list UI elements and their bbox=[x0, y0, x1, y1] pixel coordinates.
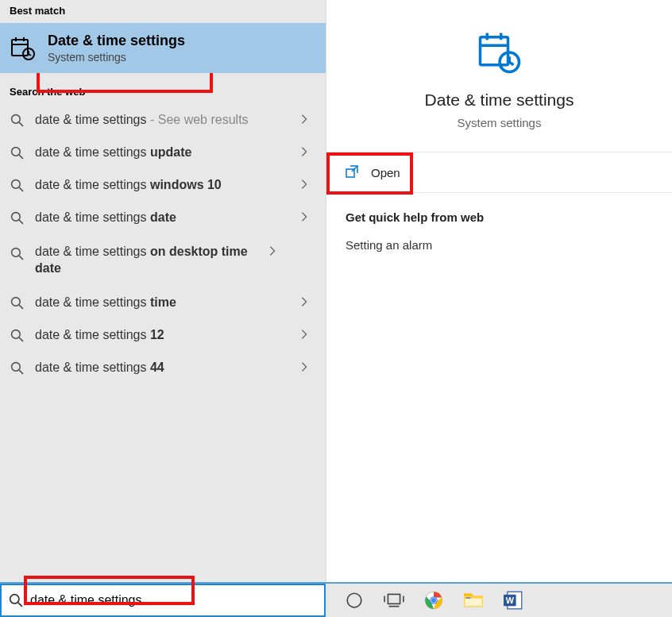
search-input[interactable] bbox=[30, 588, 324, 612]
svg-point-34 bbox=[347, 593, 361, 607]
web-result-item[interactable]: date & time settings update bbox=[0, 137, 326, 169]
search-icon bbox=[10, 328, 24, 342]
web-result-label: date & time settings update bbox=[35, 145, 289, 161]
svg-point-19 bbox=[11, 330, 20, 338]
search-icon bbox=[10, 246, 24, 260]
chevron-right-icon bbox=[300, 327, 316, 344]
svg-line-6 bbox=[29, 54, 31, 56]
file-explorer-icon[interactable] bbox=[462, 589, 485, 611]
open-button[interactable]: Open bbox=[326, 152, 672, 192]
web-result-label: date & time settings time bbox=[35, 295, 289, 311]
chevron-right-icon bbox=[300, 177, 316, 194]
svg-point-15 bbox=[11, 248, 20, 256]
web-result-item[interactable]: date & time settings - See web results bbox=[0, 104, 326, 137]
web-result-label: date & time settings date bbox=[35, 210, 289, 226]
best-match-header: Best match bbox=[0, 0, 326, 23]
search-icon bbox=[10, 146, 24, 160]
cortana-icon[interactable] bbox=[343, 589, 365, 611]
web-result-label: date & time settings on desktop time dat… bbox=[35, 244, 257, 277]
svg-point-11 bbox=[11, 180, 20, 189]
svg-line-16 bbox=[19, 256, 23, 260]
svg-rect-0 bbox=[12, 40, 28, 56]
chevron-right-icon bbox=[300, 360, 316, 376]
date-time-icon bbox=[477, 30, 522, 75]
open-icon bbox=[346, 165, 360, 179]
help-link-setting-alarm[interactable]: Setting an alarm bbox=[346, 238, 653, 252]
word-icon[interactable]: W bbox=[502, 589, 524, 611]
chevron-right-icon bbox=[300, 112, 316, 129]
search-icon bbox=[10, 361, 24, 375]
svg-point-7 bbox=[11, 115, 20, 124]
svg-line-10 bbox=[19, 155, 23, 159]
search-icon bbox=[10, 114, 24, 128]
svg-point-21 bbox=[11, 362, 20, 371]
search-results-panel: Best match Date & time settings System s… bbox=[0, 0, 326, 582]
svg-line-29 bbox=[509, 62, 513, 65]
search-icon bbox=[10, 211, 24, 226]
svg-line-22 bbox=[19, 370, 23, 374]
web-result-item[interactable]: date & time settings on desktop time dat… bbox=[0, 234, 326, 287]
detail-subtitle: System settings bbox=[458, 116, 542, 129]
search-icon bbox=[10, 295, 24, 310]
help-header: Get quick help from web bbox=[346, 210, 653, 224]
web-result-item[interactable]: date & time settings windows 10 bbox=[0, 169, 326, 202]
svg-point-17 bbox=[11, 297, 20, 306]
chevron-right-icon bbox=[300, 210, 316, 226]
chevron-right-icon bbox=[268, 244, 284, 260]
web-result-item[interactable]: date & time settings 44 bbox=[0, 352, 326, 384]
svg-line-33 bbox=[18, 603, 22, 607]
chevron-right-icon bbox=[300, 295, 316, 311]
best-match-title: Date & time settings bbox=[48, 33, 185, 49]
taskbar: W bbox=[0, 582, 672, 617]
web-result-item[interactable]: date & time settings time bbox=[0, 287, 326, 319]
search-box[interactable] bbox=[0, 584, 326, 617]
best-match-result[interactable]: Date & time settings System settings bbox=[0, 23, 326, 73]
svg-line-20 bbox=[19, 337, 23, 341]
svg-rect-43 bbox=[465, 597, 470, 598]
web-result-label: date & time settings windows 10 bbox=[35, 177, 289, 194]
task-view-icon[interactable] bbox=[383, 589, 405, 611]
web-result-item[interactable]: date & time settings 12 bbox=[0, 319, 326, 352]
svg-point-32 bbox=[10, 595, 19, 604]
svg-point-42 bbox=[431, 598, 436, 603]
svg-point-13 bbox=[11, 213, 20, 222]
detail-title: Date & time settings bbox=[425, 91, 574, 110]
svg-line-18 bbox=[19, 305, 23, 309]
svg-point-9 bbox=[11, 148, 20, 156]
svg-rect-35 bbox=[388, 594, 400, 604]
svg-line-14 bbox=[19, 220, 23, 224]
date-time-icon bbox=[10, 35, 37, 62]
open-label: Open bbox=[371, 166, 400, 179]
chrome-icon[interactable] bbox=[423, 589, 445, 611]
svg-line-8 bbox=[19, 122, 23, 126]
search-web-header: Search the web bbox=[0, 73, 326, 104]
result-detail-panel: Date & time settings System settings Ope… bbox=[326, 0, 672, 582]
web-result-label: date & time settings 44 bbox=[35, 360, 289, 376]
svg-text:W: W bbox=[506, 596, 515, 605]
web-result-item[interactable]: date & time settings date bbox=[0, 202, 326, 234]
best-match-subtitle: System settings bbox=[48, 51, 185, 64]
search-icon bbox=[2, 593, 30, 607]
web-result-label: date & time settings 12 bbox=[35, 327, 289, 344]
search-icon bbox=[10, 179, 24, 193]
svg-line-12 bbox=[19, 187, 23, 191]
svg-rect-23 bbox=[480, 37, 508, 65]
web-result-label: date & time settings - See web results bbox=[35, 112, 289, 129]
chevron-right-icon bbox=[300, 145, 316, 161]
